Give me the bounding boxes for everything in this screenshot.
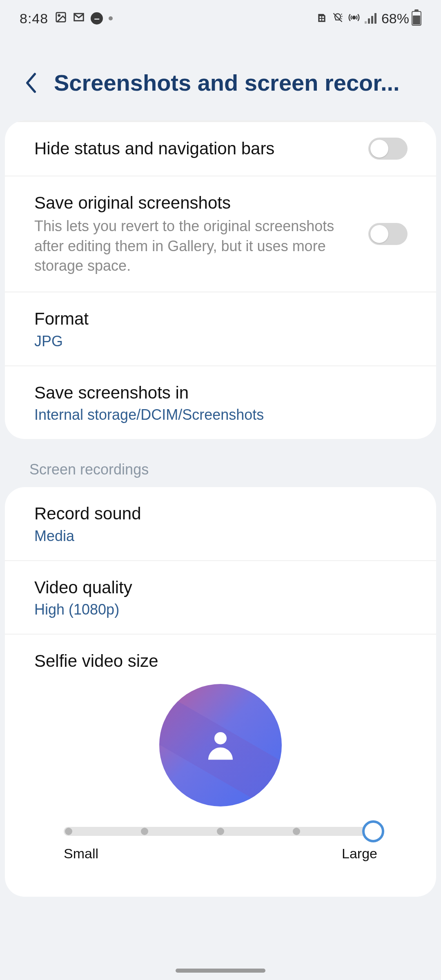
selfie-size-slider[interactable] — [64, 827, 377, 836]
selfie-preview-circle — [159, 684, 282, 806]
setting-record-sound[interactable]: Record sound Media — [5, 487, 436, 560]
setting-value: Internal storage/DCIM/Screenshots — [34, 406, 395, 423]
setting-title: Selfie video size — [34, 650, 407, 673]
battery-percent: 68% — [381, 11, 409, 27]
page-header: Screenshots and screen recor... — [0, 37, 441, 120]
svg-point-7 — [214, 732, 227, 744]
svg-rect-4 — [320, 19, 321, 20]
page-title: Screenshots and screen recor... — [54, 69, 421, 96]
setting-save-original[interactable]: Save original screenshots This lets you … — [5, 176, 436, 292]
svg-point-6 — [352, 16, 355, 19]
svg-point-1 — [58, 14, 60, 16]
setting-value: JPG — [34, 333, 395, 350]
screenshots-settings-card: Hide status and navigation bars Save ori… — [5, 120, 436, 439]
status-notification-icons: – — [55, 11, 113, 26]
gesture-nav-bar[interactable] — [176, 969, 265, 973]
section-screen-recordings: Screen recordings — [0, 439, 441, 487]
signal-icon — [365, 13, 376, 24]
dnd-icon: – — [91, 12, 103, 24]
vibrate-icon — [332, 11, 343, 27]
toggle-save-original[interactable] — [368, 223, 408, 245]
slider-label-min: Small — [64, 846, 98, 862]
selfie-preview-area — [34, 673, 407, 827]
setting-title: Save screenshots in — [34, 382, 395, 404]
image-icon — [55, 11, 67, 26]
slider-thumb[interactable] — [362, 820, 384, 842]
svg-rect-2 — [320, 16, 321, 18]
back-button[interactable] — [23, 71, 39, 94]
setting-title: Format — [34, 308, 395, 330]
setting-title: Record sound — [34, 503, 395, 525]
slider-tick — [65, 828, 72, 835]
setting-title: Video quality — [34, 577, 395, 599]
slider-tick — [217, 828, 224, 835]
sim-icon — [316, 11, 327, 27]
setting-value: Media — [34, 528, 395, 545]
person-icon — [202, 726, 239, 764]
slider-tick — [141, 828, 148, 835]
recordings-settings-card: Record sound Media Video quality High (1… — [5, 487, 436, 897]
setting-hide-bars[interactable]: Hide status and navigation bars — [5, 121, 436, 176]
setting-save-location[interactable]: Save screenshots in Internal storage/DCI… — [5, 365, 436, 439]
setting-format[interactable]: Format JPG — [5, 292, 436, 365]
slider-label-max: Large — [342, 846, 377, 862]
slider-tick — [293, 828, 300, 835]
setting-title: Save original screenshots — [34, 192, 356, 214]
battery-icon — [412, 11, 421, 26]
svg-rect-5 — [322, 19, 324, 20]
svg-rect-3 — [322, 16, 324, 18]
gmail-icon — [73, 11, 85, 26]
toggle-hide-bars[interactable] — [368, 138, 408, 160]
battery-indicator: 68% — [381, 11, 421, 27]
setting-subtitle: This lets you revert to the original scr… — [34, 216, 356, 276]
status-left: 8:48 – — [20, 11, 113, 27]
selfie-size-slider-area: Small Large — [34, 827, 407, 876]
clock: 8:48 — [20, 11, 48, 27]
hotspot-icon — [348, 11, 360, 27]
setting-video-quality[interactable]: Video quality High (1080p) — [5, 560, 436, 634]
status-right: 68% — [316, 11, 421, 27]
setting-value: High (1080p) — [34, 601, 395, 618]
status-bar: 8:48 – 68% — [0, 0, 441, 37]
more-notifications-dot — [109, 16, 113, 20]
setting-selfie-size: Selfie video size Small Large — [5, 634, 436, 897]
setting-title: Hide status and navigation bars — [34, 138, 356, 160]
